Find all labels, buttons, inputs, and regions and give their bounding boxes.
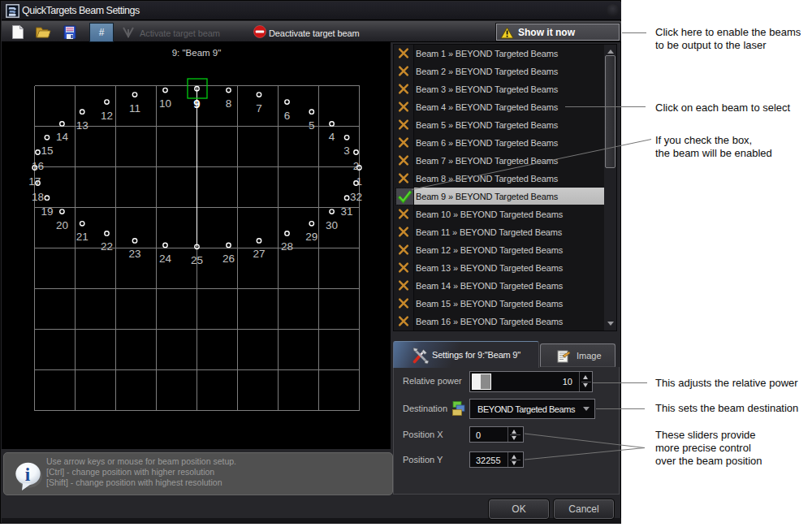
svg-text:9: "Beam 9": 9: "Beam 9" xyxy=(172,48,222,58)
svg-text:21: 21 xyxy=(76,231,89,243)
svg-text:15: 15 xyxy=(41,145,53,157)
svg-text:2: 2 xyxy=(353,160,360,172)
svg-text:18: 18 xyxy=(32,191,44,203)
svg-text:14: 14 xyxy=(56,131,69,143)
svg-text:3: 3 xyxy=(343,145,350,157)
svg-text:30: 30 xyxy=(326,219,338,231)
svg-text:29: 29 xyxy=(305,231,317,243)
svg-text:13: 13 xyxy=(76,119,89,132)
svg-text:19: 19 xyxy=(41,205,53,218)
svg-text:4: 4 xyxy=(329,131,335,143)
svg-text:27: 27 xyxy=(253,248,265,260)
svg-text:16: 16 xyxy=(32,160,44,172)
svg-text:24: 24 xyxy=(159,253,172,265)
svg-text:i: i xyxy=(25,464,31,485)
svg-text:1: 1 xyxy=(356,175,363,188)
svg-text:20: 20 xyxy=(56,219,68,231)
svg-text:31: 31 xyxy=(341,205,353,218)
svg-text:12: 12 xyxy=(101,110,113,122)
svg-text:22: 22 xyxy=(101,240,113,253)
svg-text:6: 6 xyxy=(284,110,291,122)
svg-text:26: 26 xyxy=(222,253,235,265)
svg-text:32: 32 xyxy=(350,191,362,203)
svg-text:5: 5 xyxy=(309,119,315,132)
svg-text:10: 10 xyxy=(159,97,171,110)
svg-text:8: 8 xyxy=(226,97,232,110)
svg-text:23: 23 xyxy=(128,248,140,260)
svg-text:28: 28 xyxy=(281,240,293,253)
svg-text:25: 25 xyxy=(191,254,203,266)
svg-text:11: 11 xyxy=(129,102,140,114)
svg-text:7: 7 xyxy=(256,102,262,114)
svg-text:17: 17 xyxy=(28,175,41,188)
